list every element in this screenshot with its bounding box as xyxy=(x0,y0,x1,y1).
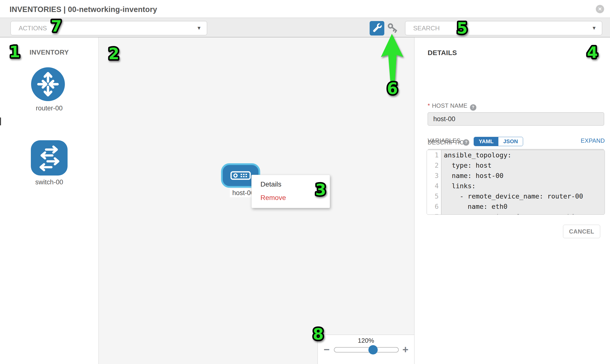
sidebar-item-router[interactable] xyxy=(31,67,65,101)
close-icon[interactable]: ✕ xyxy=(596,5,604,13)
details-panel: DETAILS *HOST NAME? DESCRIPTION VARIABLE… xyxy=(415,38,610,364)
chevron-down-icon: ▾ xyxy=(593,21,596,35)
cancel-button[interactable]: CANCEL xyxy=(563,225,600,238)
code-text: remote_interface_name: eth0 xyxy=(441,212,605,215)
code-row: 4 links: xyxy=(427,181,605,191)
host-name-field[interactable] xyxy=(428,112,604,126)
line-number: 6 xyxy=(427,201,441,212)
sidebar-item-router-label: router-00 xyxy=(8,104,91,112)
code-text: links: xyxy=(441,181,605,191)
context-menu-item-remove[interactable]: Remove xyxy=(252,191,330,204)
line-number: 1 xyxy=(427,150,441,160)
host-name-label-row: *HOST NAME? xyxy=(428,102,476,111)
variables-code-editor[interactable]: 1ansible_topology: 2 type: host 3 name: … xyxy=(427,150,605,215)
zoom-control: 120% − + xyxy=(317,335,415,364)
variables-row: VARIABLES? YAML JSON EXPAND xyxy=(415,135,610,145)
line-number: 2 xyxy=(427,160,441,171)
help-icon[interactable]: ? xyxy=(463,139,469,146)
required-asterisk: * xyxy=(428,102,430,109)
page-title: INVENTORIES | 00-networking-inventory xyxy=(10,0,157,18)
code-text: ansible_topology: xyxy=(441,150,605,160)
code-text: name: eth0 xyxy=(441,201,605,212)
search-dropdown[interactable]: SEARCH ▾ xyxy=(405,21,602,35)
actions-dropdown-label: ACTIONS xyxy=(19,21,47,35)
code-row: 7 remote_interface_name: eth0 xyxy=(427,212,605,215)
actions-dropdown[interactable]: ACTIONS ▾ xyxy=(11,21,207,35)
zoom-slider-thumb[interactable] xyxy=(368,345,378,354)
tools-button[interactable] xyxy=(370,21,384,36)
inventory-sidebar: INVENTORY router-00 xyxy=(0,38,99,364)
switch-icon xyxy=(31,140,67,176)
line-number: 4 xyxy=(427,181,441,191)
router-icon xyxy=(31,67,65,101)
line-number: 5 xyxy=(427,191,441,201)
search-dropdown-label: SEARCH xyxy=(413,21,440,35)
expand-link[interactable]: EXPAND xyxy=(581,137,605,144)
line-number: 7 xyxy=(427,212,441,215)
header-bar: INVENTORIES | 00-networking-inventory ✕ xyxy=(0,0,610,18)
zoom-level: 120% xyxy=(318,337,414,344)
help-icon[interactable]: ? xyxy=(470,104,476,111)
scrollbar-fragment[interactable] xyxy=(0,117,1,125)
wrench-icon xyxy=(370,21,384,36)
sidebar-item-switch[interactable] xyxy=(31,140,67,176)
context-menu-item-details[interactable]: Details xyxy=(252,178,330,191)
app-root: INVENTORIES | 00-networking-inventory ✕ … xyxy=(0,0,610,364)
key-icon xyxy=(387,23,399,34)
key-button[interactable] xyxy=(387,23,399,34)
code-row: 3 name: host-00 xyxy=(427,171,605,181)
code-row: 1ansible_topology: xyxy=(427,150,605,160)
code-text: - remote_device_name: router-00 xyxy=(441,191,605,201)
code-row: 5 - remote_device_name: router-00 xyxy=(427,191,605,201)
code-row: 6 name: eth0 xyxy=(427,201,605,212)
sidebar-item-switch-label: switch-00 xyxy=(8,179,91,186)
toolbar: ACTIONS ▾ xyxy=(0,18,610,38)
line-number: 3 xyxy=(427,171,441,181)
inventory-title: INVENTORY xyxy=(0,49,98,56)
zoom-slider-track[interactable] xyxy=(334,347,399,352)
host-name-label: HOST NAME xyxy=(432,102,467,109)
code-text: type: host xyxy=(441,160,605,171)
zoom-out-button[interactable]: − xyxy=(324,344,330,355)
context-menu: Details Remove xyxy=(251,175,330,208)
topology-canvas[interactable]: host-00 Details Remove 120% − + xyxy=(99,38,415,364)
details-panel-title: DETAILS xyxy=(428,49,457,57)
code-row: 2 type: host xyxy=(427,160,605,171)
code-text: name: host-00 xyxy=(441,171,605,181)
zoom-in-button[interactable]: + xyxy=(402,344,409,355)
tab-json[interactable]: JSON xyxy=(498,137,523,146)
variables-label: VARIABLES? xyxy=(428,137,469,146)
chevron-down-icon: ▾ xyxy=(197,21,200,35)
tab-yaml[interactable]: YAML xyxy=(474,137,498,146)
variables-format-toggle: YAML JSON xyxy=(474,137,523,146)
